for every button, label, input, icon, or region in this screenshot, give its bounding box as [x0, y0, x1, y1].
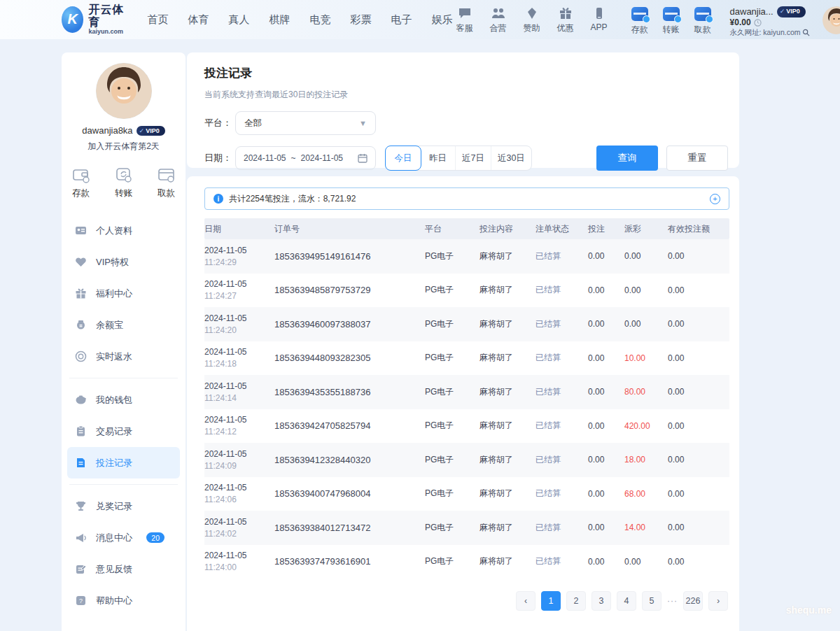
- reset-button[interactable]: 重置: [666, 146, 728, 171]
- nav-item-live[interactable]: 真人: [229, 13, 250, 27]
- next-page-button[interactable]: ›: [708, 591, 728, 611]
- promotions-link[interactable]: 优惠: [554, 6, 578, 34]
- table-row: 2024-11-0511:24:14 1853639435355188736 P…: [204, 375, 729, 409]
- chat-icon: [457, 6, 472, 20]
- cell-payout: 10.00: [624, 353, 668, 363]
- table-row: 2024-11-0511:24:09 1853639412328440320 P…: [204, 443, 729, 477]
- sidebar-item-wallet[interactable]: 我的钱包: [67, 384, 180, 416]
- filter-panel: 投注记录 当前系统支持查询最近30日的投注记录 平台： 全部 ▼ 日期： 202…: [187, 52, 739, 168]
- sidebar-item-feedback[interactable]: 意见反馈: [67, 553, 180, 585]
- nav-item-slots[interactable]: 电子: [391, 13, 412, 27]
- table-row: 2024-11-0511:24:18 1853639448093282305 P…: [204, 341, 729, 376]
- search-button[interactable]: 查询: [596, 146, 658, 171]
- page-button-5[interactable]: 5: [642, 591, 662, 611]
- customer-service-link[interactable]: 客服: [453, 6, 477, 34]
- app-download-link[interactable]: APP: [587, 6, 611, 32]
- magnifier-icon[interactable]: [802, 29, 810, 36]
- deposit-button[interactable]: 存款: [628, 6, 652, 36]
- table-header-row: 日期 订单号 平台 投注内容 注单状态 投注 派彩 有效投注额: [204, 218, 729, 239]
- cell-order: 1853639374793616901: [274, 556, 425, 567]
- quick-link-label: 优惠: [557, 22, 574, 34]
- sidebar-item-profile[interactable]: 个人资料: [67, 215, 180, 246]
- range-30days-button[interactable]: 近30日: [491, 146, 531, 170]
- cell-platform: PG电子: [425, 250, 479, 262]
- sidebar-item-bet-records[interactable]: 投注记录: [67, 447, 180, 478]
- brand-logo[interactable]: K 开云体育 kaiyun.com: [62, 3, 128, 35]
- range-today-button[interactable]: 今日: [385, 146, 421, 171]
- cell-status: 已结算: [536, 386, 588, 398]
- cell-order: 1853639460097388037: [274, 319, 425, 329]
- cell-platform: PG电子: [425, 555, 479, 567]
- expand-plus-icon[interactable]: +: [710, 194, 720, 204]
- cell-status: 已结算: [536, 522, 588, 534]
- cell-valid: 0.00: [668, 353, 729, 363]
- cell-status: 已结算: [536, 488, 588, 499]
- cell-payout: 80.00: [624, 387, 668, 397]
- sidebar-deposit-button[interactable]: 存款: [72, 166, 90, 199]
- cell-platform: PG电子: [425, 386, 479, 398]
- cell-valid: 0.00: [668, 557, 729, 567]
- platform-select[interactable]: 全部 ▼: [235, 111, 376, 135]
- page-button-last[interactable]: 226: [683, 591, 703, 611]
- sponsor-link[interactable]: 赞助: [520, 6, 544, 34]
- id-card-icon: [75, 225, 87, 236]
- sidebar-withdraw-button[interactable]: 取款: [158, 166, 176, 199]
- cell-date: 2024-11-05: [204, 246, 270, 255]
- sidebar-item-welfare[interactable]: 福利中心: [67, 278, 180, 309]
- date-range-picker[interactable]: 2024-11-05 ~ 2024-11-05: [235, 146, 376, 170]
- range-yesterday-button[interactable]: 昨日: [421, 146, 456, 170]
- page-ellipsis[interactable]: ···: [667, 596, 678, 606]
- cell-payout: 68.00: [624, 489, 668, 499]
- sidebar-item-vip[interactable]: VIP特权: [67, 246, 180, 278]
- cell-content: 麻将胡了: [479, 522, 536, 534]
- username[interactable]: dawanjia...: [730, 6, 774, 17]
- refresh-balance-icon[interactable]: [754, 19, 762, 27]
- nav-item-cards[interactable]: 棋牌: [270, 13, 290, 27]
- sidebar-item-help[interactable]: ? 帮助中心: [67, 585, 180, 616]
- nav-item-esports[interactable]: 电竞: [310, 13, 331, 27]
- cell-time: 11:24:18: [204, 359, 270, 369]
- trophy-icon: [75, 500, 87, 512]
- cell-platform: PG电子: [425, 352, 479, 364]
- nav-item-home[interactable]: 首页: [148, 13, 169, 27]
- action-label: 转账: [115, 187, 132, 199]
- feedback-icon: [75, 563, 87, 575]
- nav-item-entertainment[interactable]: 娱乐: [432, 13, 453, 27]
- page-button-2[interactable]: 2: [566, 591, 586, 611]
- page-button-1[interactable]: 1: [541, 591, 561, 611]
- sidebar-item-label: 消息中心: [96, 532, 132, 544]
- calendar-icon: [358, 153, 368, 163]
- cell-order: 1853639400747968004: [274, 488, 425, 499]
- nav-item-sports[interactable]: 体育: [188, 13, 209, 27]
- nav-item-lottery[interactable]: 彩票: [351, 13, 372, 27]
- cell-valid: 0.00: [668, 251, 729, 261]
- cell-date: 2024-11-05: [204, 551, 270, 560]
- sidebar-item-prize-records[interactable]: 兑奖记录: [67, 490, 180, 522]
- prev-page-button[interactable]: ‹: [516, 591, 536, 611]
- sidebar-item-yuebao[interactable]: 余额宝: [67, 309, 180, 341]
- page-button-3[interactable]: 3: [592, 591, 611, 611]
- withdraw-icon: [694, 6, 712, 22]
- col-header-platform: 平台: [425, 223, 479, 235]
- partners-link[interactable]: 合营: [486, 6, 510, 34]
- divider: [69, 378, 178, 378]
- user-avatar[interactable]: [822, 6, 840, 34]
- transfer-button[interactable]: 转账: [659, 6, 683, 36]
- help-icon: ?: [75, 595, 87, 607]
- sidebar-transfer-button[interactable]: 转账: [115, 166, 133, 199]
- withdraw-button[interactable]: 取款: [691, 6, 715, 36]
- records-panel: i 共计2254笔投注，流水：8,721.92 + 日期 订单号 平台 投注内容…: [187, 176, 739, 631]
- range-7days-button[interactable]: 近7日: [456, 146, 491, 170]
- brand-domain: kaiyun.com: [88, 29, 127, 36]
- date-separator: ~: [291, 153, 296, 163]
- sidebar-item-transactions[interactable]: 交易记录: [67, 416, 180, 447]
- page-button-4[interactable]: 4: [617, 591, 636, 611]
- sidebar-item-label: 实时返水: [96, 350, 132, 363]
- sidebar-item-rebate[interactable]: 实时返水: [67, 341, 180, 372]
- cell-status: 已结算: [536, 454, 588, 466]
- sidebar-item-label: 交易记录: [96, 425, 132, 438]
- sidebar-item-messages[interactable]: 消息中心 20: [67, 522, 180, 553]
- quick-link-label: 客服: [456, 22, 473, 34]
- col-header-status: 注单状态: [536, 223, 588, 235]
- profile-avatar[interactable]: [96, 63, 152, 119]
